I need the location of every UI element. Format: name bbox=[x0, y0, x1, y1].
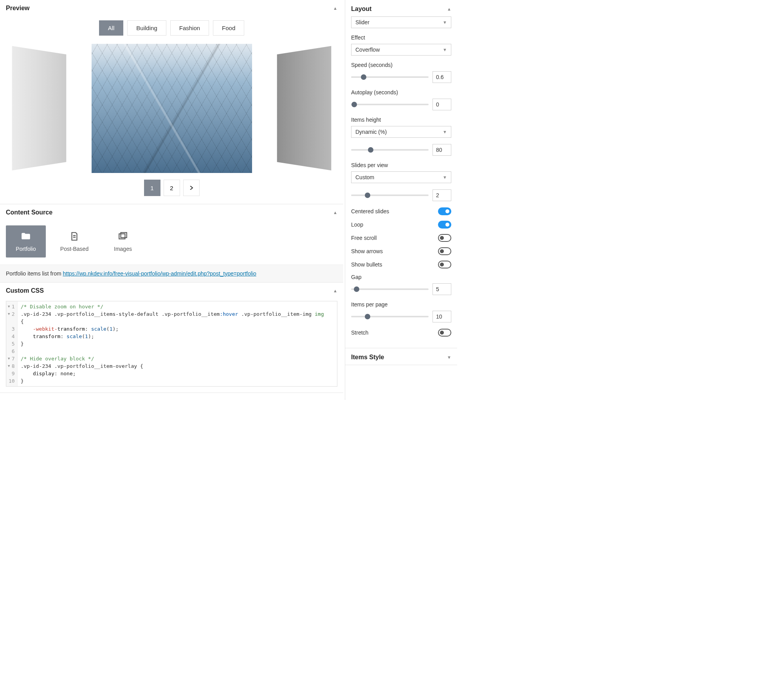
layout-type-select[interactable]: Slider ▼ bbox=[351, 16, 451, 28]
toggle-row-show-arrows: Show arrows bbox=[351, 247, 451, 255]
speed-input[interactable]: 0.6 bbox=[433, 71, 451, 83]
filter-fashion[interactable]: Fashion bbox=[170, 20, 209, 36]
items-per-page-field: Items per page 10 bbox=[351, 301, 451, 322]
source-images[interactable]: Images bbox=[103, 225, 143, 257]
toggle-label: Centered slides bbox=[351, 208, 389, 214]
effect-select[interactable]: Coverflow ▼ bbox=[351, 44, 451, 56]
source-post-based[interactable]: Post-Based bbox=[54, 225, 94, 257]
select-value: Coverflow bbox=[355, 47, 380, 53]
chevron-right-icon bbox=[189, 186, 193, 190]
editor-gutter: ▼1▼2 3456▼7▼8910 bbox=[6, 301, 18, 386]
gap-input[interactable]: 5 bbox=[433, 283, 451, 295]
pagination: 12 bbox=[0, 180, 343, 204]
items-height-slider[interactable] bbox=[351, 149, 429, 151]
toggle-centered-slides[interactable] bbox=[438, 207, 451, 215]
layout-title: Layout bbox=[351, 5, 371, 13]
note-link[interactable]: https://wp.nkdev.info/free-visual-portfo… bbox=[63, 270, 256, 277]
preview-section: Preview ▲ AllBuildingFashionFood 12 bbox=[0, 0, 343, 204]
slides-per-view-select[interactable]: Custom ▼ bbox=[351, 171, 451, 183]
speed-field: Speed (seconds) 0.6 bbox=[351, 62, 451, 83]
speed-slider[interactable] bbox=[351, 76, 429, 78]
items-style-header[interactable]: Items Style ▼ bbox=[345, 348, 457, 365]
page-next[interactable] bbox=[183, 180, 200, 196]
slides-per-view-field: Slides per view Custom ▼ 2 bbox=[351, 162, 451, 201]
autoplay-input[interactable]: 0 bbox=[433, 99, 451, 110]
items-height-label: Items height bbox=[351, 117, 451, 123]
toggle-show-arrows[interactable] bbox=[438, 247, 451, 255]
select-value: Slider bbox=[355, 19, 369, 25]
custom-css-section: Custom CSS ▲ ▼1▼2 3456▼7▼8910 /* Disable… bbox=[0, 283, 343, 393]
items-per-page-input[interactable]: 10 bbox=[433, 311, 451, 322]
toggle-row-show-bullets: Show bullets bbox=[351, 261, 451, 268]
items-per-page-label: Items per page bbox=[351, 301, 451, 308]
page-icon bbox=[69, 231, 79, 243]
images-icon bbox=[118, 231, 128, 243]
custom-css-header[interactable]: Custom CSS ▲ bbox=[0, 283, 343, 299]
expand-icon: ▼ bbox=[447, 355, 451, 360]
toggle-label: Free scroll bbox=[351, 235, 377, 241]
preview-title: Preview bbox=[6, 5, 29, 12]
stretch-toggle[interactable] bbox=[438, 329, 451, 337]
content-source-section: Content Source ▲ PortfolioPost-BasedImag… bbox=[0, 204, 343, 283]
effect-field: Effect Coverflow ▼ bbox=[351, 34, 451, 56]
autoplay-label: Autoplay (seconds) bbox=[351, 89, 451, 95]
toggle-label: Show bullets bbox=[351, 261, 382, 268]
preview-header[interactable]: Preview ▲ bbox=[0, 0, 343, 16]
slides-per-view-slider[interactable] bbox=[351, 194, 429, 196]
sidebar: Layout ▲ Slider ▼ Effect Coverflow ▼ Spe… bbox=[345, 0, 457, 400]
gap-slider[interactable] bbox=[351, 288, 429, 290]
stretch-label: Stretch bbox=[351, 329, 368, 336]
css-editor[interactable]: ▼1▼2 3456▼7▼8910 /* Disable zoom on hove… bbox=[6, 301, 337, 387]
slides-per-view-label: Slides per view bbox=[351, 162, 451, 168]
gap-field: Gap 5 bbox=[351, 274, 451, 295]
select-value: Dynamic (%) bbox=[355, 129, 387, 135]
toggle-free-scroll[interactable] bbox=[438, 234, 451, 242]
items-height-field: Items height Dynamic (%) ▼ 80 bbox=[351, 117, 451, 156]
content-source-note: Portfolio items list from https://wp.nkd… bbox=[0, 265, 343, 282]
speed-label: Speed (seconds) bbox=[351, 62, 451, 68]
slide-prev[interactable] bbox=[12, 46, 67, 171]
gap-label: Gap bbox=[351, 274, 451, 280]
slide-current[interactable] bbox=[92, 44, 252, 173]
items-height-input[interactable]: 80 bbox=[433, 144, 451, 156]
items-style-panel: Items Style ▼ bbox=[345, 348, 457, 365]
collapse-icon: ▲ bbox=[333, 6, 337, 11]
items-height-select[interactable]: Dynamic (%) ▼ bbox=[351, 126, 451, 138]
filter-all[interactable]: All bbox=[99, 20, 124, 36]
collapse-icon: ▲ bbox=[333, 288, 337, 293]
slider-preview[interactable] bbox=[6, 43, 337, 174]
autoplay-field: Autoplay (seconds) 0 bbox=[351, 89, 451, 110]
toggle-label: Loop bbox=[351, 221, 363, 228]
content-source-header[interactable]: Content Source ▲ bbox=[0, 204, 343, 221]
svg-rect-0 bbox=[119, 234, 125, 239]
page-1[interactable]: 1 bbox=[144, 180, 160, 196]
toggle-show-bullets[interactable] bbox=[438, 261, 451, 268]
effect-label: Effect bbox=[351, 34, 451, 41]
source-label: Images bbox=[114, 246, 132, 252]
collapse-icon: ▲ bbox=[447, 7, 451, 11]
layout-panel: Layout ▲ Slider ▼ Effect Coverflow ▼ Spe… bbox=[345, 0, 457, 348]
filter-food[interactable]: Food bbox=[213, 20, 244, 36]
chevron-down-icon: ▼ bbox=[443, 20, 447, 25]
source-portfolio[interactable]: Portfolio bbox=[6, 225, 46, 257]
select-value: Custom bbox=[355, 174, 374, 180]
filter-building[interactable]: Building bbox=[127, 20, 166, 36]
toggle-row-loop: Loop bbox=[351, 221, 451, 229]
items-per-page-slider[interactable] bbox=[351, 316, 429, 317]
page-2[interactable]: 2 bbox=[164, 180, 180, 196]
editor-code[interactable]: /* Disable zoom on hover */.vp-id-234 .v… bbox=[18, 301, 327, 386]
filter-bar: AllBuildingFashionFood bbox=[0, 16, 343, 43]
slide-next[interactable] bbox=[277, 46, 332, 171]
layout-type-field: Slider ▼ bbox=[351, 16, 451, 28]
custom-css-title: Custom CSS bbox=[6, 287, 44, 294]
autoplay-slider[interactable] bbox=[351, 104, 429, 105]
folder-icon bbox=[21, 231, 31, 243]
toggle-row-free-scroll: Free scroll bbox=[351, 234, 451, 242]
content-source-options: PortfolioPost-BasedImages bbox=[0, 221, 343, 265]
toggle-loop[interactable] bbox=[438, 221, 451, 229]
slides-per-view-input[interactable]: 2 bbox=[433, 189, 451, 201]
note-text: Portfolio items list from bbox=[6, 270, 63, 277]
toggle-label: Show arrows bbox=[351, 248, 383, 254]
layout-header[interactable]: Layout ▲ bbox=[345, 0, 457, 16]
chevron-down-icon: ▼ bbox=[443, 47, 447, 52]
